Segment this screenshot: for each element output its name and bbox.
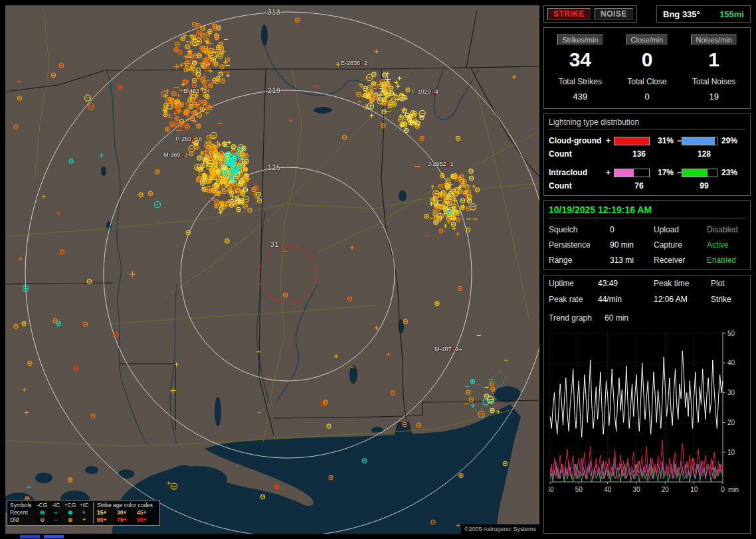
storm-cell-id: M-487 [434,346,452,352]
persistence-value: 90 min [610,240,654,250]
legend-symbol-icon: ⊕ [63,516,77,524]
stats-box: Uptime 43:49 Peak time Plot Peak rate 44… [543,275,751,534]
ic-minus-count: 99 [672,181,736,191]
trend-window-value: 60 min [605,313,745,323]
strikes-per-min-header[interactable]: Strikes/min [557,35,603,45]
status-row-persistence: Persistence 90 min Capture Active [549,240,745,250]
range-value: 313 mi [610,256,654,265]
svg-text:30: 30 [727,389,735,396]
strikes-per-min-value: 34 [547,49,614,70]
storm-cell-count: 2 [364,60,367,66]
legend-type-header: +IC [77,502,91,509]
intracloud-count-row: Count 76 99 [549,181,745,191]
noises-per-min-value: 1 [680,49,747,70]
intracloud-label: Intracloud [549,168,606,177]
total-close-label: Total Close [614,77,681,86]
legend-age-title: Strike age color codes [93,502,153,509]
squelch-value: 0 [610,225,654,234]
close-per-min-value: 0 [614,49,681,70]
range-label: Range [549,256,610,265]
bearing-value: Bng 335° [663,9,700,19]
cg-minus-pct: 29% [716,136,737,145]
storm-cell-label[interactable]: M-369▸3 [163,151,188,158]
taskbar-fragment [20,535,40,538]
cg-plus-pct: 31% [648,136,674,145]
ic-plus-bar [614,169,650,177]
upload-label: Upload [654,225,707,234]
svg-text:min: min [728,486,739,493]
uptime-value: 43:49 [598,279,654,288]
total-noises-value: 19 [680,92,747,102]
peak-rate-label: Peak rate [549,295,598,304]
cg-plus-sign: + [606,136,614,145]
noises-column: Noises/min 1 Total Noises 19 [680,33,747,102]
radar-map-panel[interactable]: 31321912531B-483▸24P-259▸18M-369▸3E-2836… [5,5,539,534]
receiver-label: Receiver [654,256,707,265]
lightning-map[interactable] [5,5,539,534]
legend-symbol-icon: ⊖ [35,516,49,524]
storm-cell-id: P-259 [175,135,191,142]
storm-cell-label[interactable]: F-1029▸4 [412,88,438,95]
legend-symbol-icon: − [49,509,63,516]
cg-plus-count: 136 [606,149,672,159]
legend-symbol-icon: ⊖ [35,509,49,516]
legend-age-value: 45+ [137,509,157,516]
top-row: STRIKE NOISE Bng 335° 155mi [543,5,751,23]
receiver-value: Enabled [707,256,745,265]
cloud-ground-label: Cloud-ground [549,136,606,145]
close-column: Close/min 0 Total Close 0 [614,33,681,102]
uptime-label: Uptime [549,279,598,288]
storm-cell-label[interactable]: M-487▸2– [434,346,462,352]
storm-cell-id: M-369 [163,151,181,158]
svg-text:60: 60 [549,486,554,493]
svg-text:20: 20 [662,486,670,493]
plot-value: Strike [711,295,745,304]
status-row-squelch: Squelch 0 Upload Disabled [549,225,745,234]
noises-per-min-header[interactable]: Noises/min [691,35,736,45]
svg-text:20: 20 [727,419,735,426]
ic-minus-sign: − [674,168,682,177]
app-window: 31321912531B-483▸24P-259▸18M-369▸3E-2836… [0,0,756,539]
storm-cell-label[interactable]: P-259▸18 [175,135,202,142]
svg-text:50: 50 [575,486,583,493]
trend-graph-row: Trend graph 60 min [549,313,745,323]
peak-rate-value: 44/min [598,295,654,304]
cloud-ground-row: Cloud-ground + 31% − 29% [549,136,745,145]
ic-minus-bar [682,169,717,177]
ic-plus-count: 76 [606,181,672,191]
storm-cell-count: 2– [456,346,462,352]
cloud-ground-count-row: Count 136 128 [549,149,745,159]
storm-cell-label[interactable]: E-2836▸2 [341,60,367,66]
storm-cell-id: E-2836 [341,60,360,66]
persistence-label: Persistence [549,240,610,250]
cg-plus-bar [614,137,650,145]
legend-type-header: -CG [35,502,49,509]
ic-plus-sign: + [606,168,614,177]
legend-symbol-icon: − [49,516,63,524]
storm-cell-label[interactable]: B-483▸24 [183,88,210,94]
legend-symbols-header: Symbols [10,502,35,509]
ic-count-label: Count [549,181,606,191]
plot-label: Plot [711,279,745,288]
close-per-min-header[interactable]: Close/min [626,35,668,45]
cg-minus-sign: − [674,136,682,145]
distance-value: 155mi [719,9,744,19]
legend-age-value: 75+ [117,516,137,524]
capture-value: Active [707,240,745,250]
copyright-credit: ©2005 Astrogenic Systems [461,524,539,534]
intracloud-row: Intracloud + 17% − 23% [549,168,745,177]
strike-toggle-button[interactable]: STRIKE [547,8,591,20]
storm-cell-count: 18 [195,135,202,142]
noise-toggle-button[interactable]: NOISE [595,8,633,20]
total-close-value: 0 [614,92,681,102]
cg-count-label: Count [549,149,606,159]
legend-age-value: 30+ [117,509,137,516]
legend-age-value: 90+ [137,516,157,524]
svg-text:50: 50 [727,330,735,337]
cg-plus-bar-fill [614,137,649,145]
storm-cell-id: J-2952 [428,161,446,167]
storm-cell-label[interactable]: J-2952▸1 [428,161,454,167]
trend-graph-label: Trend graph [549,313,605,323]
peak-time-value: 12:06 AM [654,295,711,304]
strikes-column: Strikes/min 34 Total Strikes 439 [547,33,614,102]
